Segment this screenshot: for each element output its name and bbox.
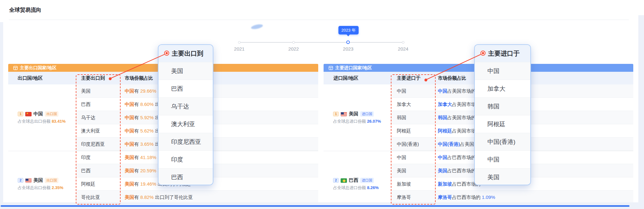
global-share-line: 占全球总进口份额 8.26% [333, 185, 391, 191]
popup-item: 加拿大 [475, 80, 530, 97]
year-label-2024[interactable]: 2024 [394, 46, 413, 52]
table-row: 摩洛哥 摩洛哥占巴西市场的 1.09% [391, 191, 633, 202]
share-cell: 中国占美国市场的 [438, 84, 476, 98]
slider-dot-2024[interactable] [402, 41, 404, 44]
popup-item: 巴西 [158, 168, 213, 185]
import-source-popup: 主要进口于 中国 加拿大 韩国 阿根廷 中国(香港) 中国 美国 [474, 44, 531, 185]
rank-badge: 1 [18, 112, 23, 116]
source-cell: 阿根廷 [397, 124, 411, 138]
page-background-left [0, 22, 3, 202]
share-cell: 美国占巴西市场的 [438, 164, 476, 177]
importer-group-brazil: 2 巴西 进口国 占全球总进口份额 8.26% [324, 151, 391, 202]
year-tooltip-arrow [346, 34, 350, 36]
horizontal-scrollbar[interactable] [1, 205, 629, 207]
role-badge: 出口国 [45, 178, 58, 183]
brazil-flag-icon [341, 178, 347, 183]
country-name: 美国 [33, 177, 43, 183]
dest-cell: 印度 [81, 151, 91, 164]
source-cell: 韩国 [397, 111, 406, 124]
role-badge: 出口国 [45, 111, 58, 117]
dest-cell: 澳大利亚 [81, 124, 100, 138]
rank-badge: 2 [333, 178, 339, 183]
global-trade-flow-panel: 全球贸易流向 ! 2021 2022 2023 2024 2023 年 主要出口… [0, 0, 644, 209]
dest-cell: 乌干达 [81, 111, 95, 124]
year-slider-track[interactable] [239, 42, 403, 43]
slider-dot-2021[interactable] [238, 41, 241, 44]
global-share-line: 占全球总出口份额 2.35% [18, 185, 76, 191]
share-cell: 中国占巴西市场的 [438, 151, 476, 164]
popup-item: 韩国 [475, 97, 530, 115]
role-badge: 进口国 [360, 178, 374, 183]
slider-dot-2023[interactable] [346, 40, 350, 44]
dest-cell: 巴西 [81, 164, 91, 177]
source-cell: 中国 [397, 84, 406, 98]
year-label-2023[interactable]: 2023 [339, 46, 358, 52]
share-cell: 美国有 8.82% 出口到了哥伦比亚 [125, 191, 193, 202]
rank-badge: 1 [333, 112, 339, 116]
exporter-group-usa: 2 美国 出口国 占全球总出口份额 2.35% [8, 151, 76, 202]
dest-cell: 美国 [81, 84, 91, 98]
popup-item: 澳大利亚 [158, 115, 213, 133]
table-icon [13, 66, 18, 70]
popup-item: 阿根廷 [475, 115, 530, 133]
export-table-title: 主要出口国家/地区 [20, 65, 57, 71]
popup-item: 中国 [475, 151, 530, 168]
col-import-source: 主要进口于 [397, 72, 420, 84]
col-export-dest: 主要出口到 [81, 72, 105, 84]
popup-item: 中国(香港) [475, 133, 530, 151]
popup-item: 印度 [158, 151, 213, 168]
rank-badge: 2 [18, 178, 23, 183]
china-flag-icon [25, 112, 32, 116]
export-dest-popup: 主要出口到 美国 巴西 乌干达 澳大利亚 印度尼西亚 印度 巴西 [158, 44, 213, 185]
year-label-2022[interactable]: 2022 [284, 46, 303, 52]
table-row: 哥伦比亚 美国有 8.82% 出口到了哥伦比亚 [76, 191, 318, 202]
page-background-right [638, 15, 644, 209]
import-source-popup-title: 主要进口于 [475, 45, 530, 62]
source-cell: 加拿大 [397, 98, 411, 111]
popup-item: 印度尼西亚 [158, 133, 213, 151]
slider-dot-2022[interactable] [292, 41, 295, 44]
global-share-line: 占全球总进口份额 26.07% [333, 119, 391, 124]
role-badge: 进口国 [360, 111, 374, 117]
share-cell: 韩国占美国市场的 [438, 111, 476, 124]
col-import-share: 市场份额占比 [438, 72, 466, 84]
country-name: 中国 [33, 111, 43, 117]
country-name: 美国 [349, 111, 358, 117]
export-dest-popup-title: 主要出口到 [158, 45, 213, 62]
map-fragment [251, 23, 263, 30]
col-export-country: 出口国/地区 [18, 72, 43, 84]
country-name: 巴西 [349, 177, 358, 183]
importer-group-usa: 1 美国 进口国 占全球总进口份额 26.07% [324, 84, 391, 151]
table-icon [329, 66, 333, 70]
popup-item: 美国 [158, 62, 213, 80]
col-import-country: 进口国/地区 [333, 72, 358, 84]
dest-cell: 巴西 [81, 98, 91, 111]
dest-cell: 哥伦比亚 [81, 191, 100, 202]
popup-item: 美国 [475, 168, 530, 185]
usa-flag-icon [341, 112, 347, 116]
divider [9, 20, 629, 20]
popup-item: 巴西 [158, 80, 213, 97]
dest-cell: 阿根廷 [81, 177, 95, 191]
usa-flag-icon [25, 178, 32, 183]
source-cell: 新加坡 [397, 177, 411, 191]
import-table-title: 主要进口国家/地区 [335, 65, 372, 71]
info-icon[interactable]: ! [34, 7, 39, 12]
exporter-group-china: 1 中国 出口国 占全球总出口份额 83.41% [8, 84, 76, 151]
year-label-2021[interactable]: 2021 [230, 46, 249, 52]
share-cell: 摩洛哥占巴西市场的 1.09% [438, 191, 495, 202]
popup-item: 中国 [475, 62, 530, 80]
source-cell: 中国 [397, 151, 406, 164]
dest-cell: 印度尼西亚 [81, 138, 105, 151]
source-cell: 中国(香港) [397, 138, 419, 151]
global-share-line: 占全球总出口份额 83.41% [18, 119, 76, 124]
source-cell: 摩洛哥 [397, 191, 411, 202]
source-cell: 美国 [397, 164, 406, 177]
popup-item: 乌干达 [158, 97, 213, 115]
col-export-share: 市场份额占比 [125, 72, 153, 84]
year-tooltip: 2023 年 [338, 26, 359, 34]
